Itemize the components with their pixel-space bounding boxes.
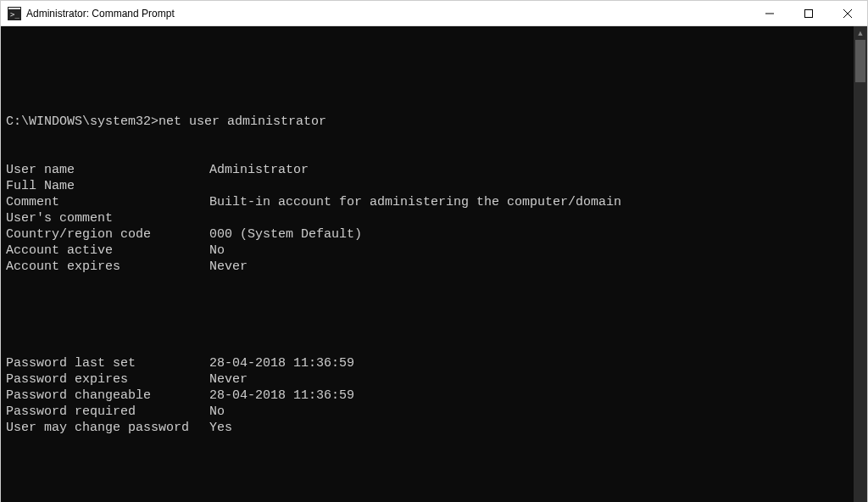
field-label: User name	[6, 162, 209, 178]
prompt-line: C:\WINDOWS\system32>net user administrat…	[6, 114, 854, 130]
output-row: CommentBuilt-in account for administerin…	[6, 194, 854, 210]
field-label: Password expires	[6, 371, 209, 388]
field-value: 000 (System Default)	[209, 227, 362, 242]
command-prompt-window: >_ Administrator: Command Prompt C:\WIND…	[0, 0, 868, 502]
scroll-thumb[interactable]	[855, 40, 865, 82]
output-row: User may change passwordYes	[6, 420, 854, 436]
maximize-button[interactable]	[789, 1, 828, 26]
field-label: User's comment	[6, 210, 209, 226]
output-row: User's comment	[6, 210, 854, 226]
output-row: Password requiredNo	[6, 404, 854, 420]
field-label: Password changeable	[6, 388, 209, 404]
field-label: Password last set	[6, 355, 209, 371]
field-value: No	[209, 404, 225, 419]
field-label: Full Name	[6, 178, 209, 194]
field-label: Country/region code	[6, 226, 209, 243]
console-output[interactable]: C:\WINDOWS\system32>net user administrat…	[1, 26, 854, 502]
field-value: ‎28-‎04-‎2018 11:36:59	[209, 356, 354, 371]
output-row: Password changeable‎28-‎04-‎2018 11:36:5…	[6, 388, 854, 404]
titlebar[interactable]: >_ Administrator: Command Prompt	[1, 1, 867, 26]
output-row: Account expiresNever	[6, 259, 854, 275]
close-button[interactable]	[828, 1, 867, 26]
field-value: No	[209, 243, 225, 258]
field-value: Never	[209, 259, 248, 274]
field-value: Built-in account for administering the c…	[209, 195, 621, 209]
output-row: Account activeNo	[6, 243, 854, 259]
field-value: ‎28-‎04-‎2018 11:36:59	[209, 388, 354, 403]
field-label: Account expires	[6, 259, 209, 275]
output-row: Full Name	[6, 178, 854, 194]
field-value: Yes	[209, 421, 232, 435]
svg-text:>_: >_	[10, 10, 19, 19]
prompt: C:\WINDOWS\system32>	[6, 114, 159, 129]
console-area: C:\WINDOWS\system32>net user administrat…	[1, 26, 867, 502]
output-row: Password last set‎28-‎04-‎2018 11:36:59	[6, 355, 854, 371]
svg-rect-4	[805, 9, 813, 17]
field-value: Never	[209, 372, 248, 387]
output-row: Password expiresNever	[6, 371, 854, 388]
field-value: Administrator	[209, 163, 309, 177]
output-row: User nameAdministrator	[6, 162, 854, 178]
minimize-button[interactable]	[750, 1, 789, 26]
field-label: Account active	[6, 243, 209, 259]
output-row: Country/region code000 (System Default)	[6, 226, 854, 243]
window-title: Administrator: Command Prompt	[26, 8, 175, 20]
field-label: Comment	[6, 194, 209, 210]
field-label: Password required	[6, 404, 209, 420]
command-text: net user administrator	[159, 114, 326, 129]
svg-rect-1	[8, 8, 20, 9]
scroll-up-arrow[interactable]: ▲	[854, 26, 867, 40]
field-label: User may change password	[6, 420, 209, 436]
cmd-icon: >_	[8, 7, 21, 20]
vertical-scrollbar[interactable]: ▲ ▼	[854, 26, 867, 502]
